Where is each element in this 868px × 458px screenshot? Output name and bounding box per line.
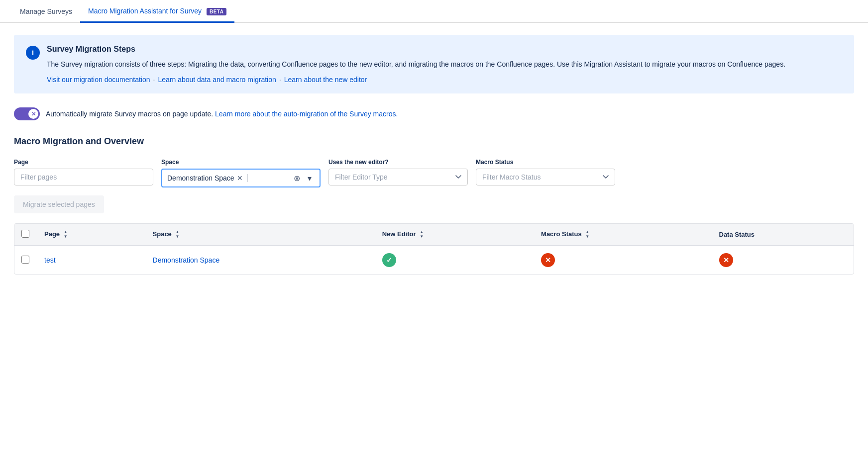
header-new-editor: New Editor ▲▼ — [374, 224, 533, 246]
link-new-editor[interactable]: Learn about the new editor — [284, 76, 367, 84]
pages-table: Page ▲▼ Space ▲▼ New Editor — [14, 224, 854, 274]
table-container: Page ▲▼ Space ▲▼ New Editor — [14, 223, 854, 275]
space-tag: Demonstration Space ✕ — [167, 174, 243, 182]
section-heading: Macro Migration and Overview — [14, 136, 854, 147]
info-content: Survey Migration Steps The Survey migrat… — [47, 45, 785, 84]
select-all-checkbox[interactable] — [21, 230, 29, 238]
tab-manage-surveys-label: Manage Surveys — [20, 7, 72, 15]
row-page-link[interactable]: test — [44, 256, 56, 264]
filter-group-editor: Uses the new editor? Filter Editor Type — [328, 159, 468, 187]
sort-page-icon[interactable]: ▲▼ — [64, 230, 68, 239]
header-macro-status: Macro Status ▲▼ — [533, 224, 711, 246]
info-body: The Survey migration consists of three s… — [47, 59, 785, 70]
row-data-status-cell: ✕ — [711, 246, 854, 274]
beta-badge: BETA — [207, 8, 226, 15]
filter-group-page: Page — [14, 159, 153, 187]
data-status-icon: ✕ — [719, 253, 733, 267]
row-page-cell: test — [36, 246, 145, 274]
migrate-selected-btn[interactable]: Migrate selected pages — [14, 195, 104, 213]
toggle-section: ✕ Automatically migrate Survey macros on… — [14, 107, 854, 120]
space-cursor — [247, 174, 247, 182]
filter-space-label: Space — [161, 159, 321, 166]
space-tag-remove-btn[interactable]: ✕ — [237, 175, 243, 182]
sort-space-icon[interactable]: ▲▼ — [175, 230, 179, 239]
filter-macro-label: Macro Status — [476, 159, 615, 166]
header-space: Space ▲▼ — [145, 224, 374, 246]
tab-macro-migration-label: Macro Migration Assistant for Survey — [88, 7, 202, 15]
new-editor-icon: ✓ — [382, 253, 396, 267]
filters-row: Page Space Demonstration Space ✕ ⊗ ▾ Use… — [14, 159, 854, 187]
table-header-row: Page ▲▼ Space ▲▼ New Editor — [14, 224, 854, 246]
filter-page-input[interactable] — [14, 169, 153, 185]
info-title: Survey Migration Steps — [47, 45, 785, 54]
filter-group-macro: Macro Status Filter Macro Status — [476, 159, 615, 187]
auto-migrate-toggle[interactable]: ✕ — [14, 107, 40, 120]
info-icon: i — [26, 46, 40, 60]
header-data-status: Data Status — [711, 224, 854, 246]
filter-editor-label: Uses the new editor? — [328, 159, 468, 166]
link-data-macro[interactable]: Learn about data and macro migration — [158, 76, 276, 84]
row-space-link[interactable]: Demonstration Space — [153, 256, 220, 264]
table-body: test Demonstration Space ✓ ✕ — [14, 246, 854, 274]
filter-editor-select[interactable]: Filter Editor Type — [328, 169, 468, 185]
row-new-editor-cell: ✓ — [374, 246, 533, 274]
row-macro-status-cell: ✕ — [533, 246, 711, 274]
row-checkbox-cell — [14, 246, 36, 274]
filter-group-space: Space Demonstration Space ✕ ⊗ ▾ — [161, 159, 321, 187]
tab-manage-surveys[interactable]: Manage Surveys — [12, 0, 80, 23]
filter-space-input[interactable]: Demonstration Space ✕ ⊗ ▾ — [161, 169, 321, 187]
tab-macro-migration[interactable]: Macro Migration Assistant for Survey BET… — [80, 0, 234, 23]
link-migration-docs[interactable]: Visit our migration documentation — [47, 76, 150, 84]
auto-migrate-link[interactable]: Learn more about the auto-migration of t… — [215, 110, 398, 118]
filter-page-label: Page — [14, 159, 153, 166]
macro-status-icon: ✕ — [541, 253, 555, 267]
space-tag-text: Demonstration Space — [167, 174, 234, 182]
header-checkbox-col — [14, 224, 36, 246]
header-page: Page ▲▼ — [36, 224, 145, 246]
filter-macro-select[interactable]: Filter Macro Status — [476, 169, 615, 185]
space-clear-icon[interactable]: ⊗ — [292, 173, 302, 183]
main-content: i Survey Migration Steps The Survey migr… — [0, 23, 868, 286]
tabs-bar: Manage Surveys Macro Migration Assistant… — [0, 0, 868, 23]
row-checkbox[interactable] — [21, 256, 29, 264]
sort-macro-status-icon[interactable]: ▲▼ — [585, 230, 589, 239]
table-row: test Demonstration Space ✓ ✕ — [14, 246, 854, 274]
row-space-cell: Demonstration Space — [145, 246, 374, 274]
space-dropdown-icon[interactable]: ▾ — [305, 173, 315, 183]
toggle-text: Automatically migrate Survey macros on p… — [46, 110, 398, 118]
info-links: Visit our migration documentation · Lear… — [47, 76, 785, 84]
sort-new-editor-icon[interactable]: ▲▼ — [420, 230, 424, 239]
info-box: i Survey Migration Steps The Survey migr… — [14, 35, 854, 93]
